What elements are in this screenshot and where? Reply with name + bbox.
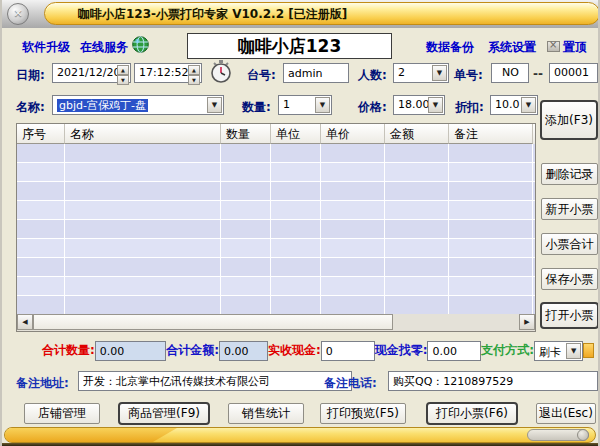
column-header[interactable]: 金额 — [385, 124, 449, 144]
table-cell — [385, 239, 449, 257]
date-spinner[interactable]: 2021/12/20 ▲▼ — [52, 63, 131, 83]
item-name-selected-text: gbjd-宫保鸡丁-盘 — [57, 99, 148, 112]
table-no-label: 台号: — [247, 67, 276, 84]
table-cell — [385, 258, 449, 276]
table-cell — [17, 201, 65, 219]
remark-address-input[interactable] — [78, 371, 352, 391]
stopwatch-icon[interactable] — [208, 58, 234, 84]
menu-system-settings[interactable]: 系统设置 — [488, 39, 536, 56]
table-cell — [449, 277, 533, 295]
cash-received-label: 实收现金: — [268, 342, 321, 359]
table-cell — [221, 277, 271, 295]
table-cell — [271, 296, 321, 314]
table-cell — [65, 201, 221, 219]
table-cell — [65, 277, 221, 295]
chevron-down-icon[interactable]: ▼ — [566, 343, 581, 359]
table-row[interactable] — [17, 277, 535, 296]
table-cell — [385, 220, 449, 238]
open-receipt-button[interactable]: 打开小票 — [540, 302, 599, 329]
table-cell — [321, 163, 385, 181]
table-cell — [65, 258, 221, 276]
column-header[interactable]: 数量 — [221, 124, 271, 144]
receipt-total-button[interactable]: 小票合计 — [541, 233, 598, 255]
price-combo[interactable]: 18.00 ▼ — [393, 95, 445, 115]
table-cell — [385, 296, 449, 314]
scrollbar-thumb[interactable] — [33, 314, 393, 330]
table-cell — [221, 163, 271, 181]
discount-label: 折扣: — [455, 99, 484, 116]
table-cell — [271, 277, 321, 295]
column-header[interactable]: 单价 — [321, 124, 385, 144]
column-header[interactable]: 序号 — [17, 124, 65, 144]
print-receipt-button[interactable]: 打印小票(F6) — [426, 402, 518, 425]
table-row[interactable] — [17, 144, 535, 163]
payment-combo[interactable]: 刷卡 ▼ — [534, 341, 583, 361]
product-manage-button[interactable]: 商品管理(F9) — [118, 402, 210, 425]
payment-more-button[interactable] — [583, 343, 594, 358]
title-pill: 咖啡小店123-小票打印专家 V10.2.2 [已注册版] — [44, 2, 600, 25]
discount-combo[interactable]: 10.0 ▼ — [490, 95, 538, 115]
order-no-prefix-field[interactable]: NO — [491, 63, 529, 83]
scroll-left-icon[interactable]: ◀ — [17, 314, 33, 330]
scroll-right-icon[interactable]: ▶ — [519, 314, 535, 330]
table-cell — [65, 182, 221, 200]
shop-name-box: 咖啡小店123 — [187, 33, 392, 59]
table-cell — [221, 201, 271, 219]
print-preview-button[interactable]: 打印预览(F5) — [320, 403, 406, 424]
chevron-down-icon[interactable]: ▼ — [315, 97, 330, 113]
resize-grip[interactable] — [527, 429, 589, 441]
title-bar[interactable]: ✕ 咖啡小店123-小票打印专家 V10.2.2 [已注册版] — [0, 0, 600, 28]
table-cell — [321, 277, 385, 295]
table-row[interactable] — [17, 182, 535, 201]
globe-icon[interactable] — [132, 36, 149, 53]
remark-phone-input[interactable] — [388, 371, 598, 391]
table-header: 序号名称数量单位单价金额备注 — [17, 124, 535, 144]
horizontal-scrollbar[interactable]: ◀ ▶ — [17, 314, 535, 331]
table-row[interactable] — [17, 258, 535, 277]
order-no-field[interactable]: 00001 — [549, 63, 598, 83]
menu-software-upgrade[interactable]: 软件升级 — [22, 39, 70, 56]
new-receipt-button[interactable]: 新开小票 — [541, 198, 598, 220]
delete-record-button[interactable]: 删除记录 — [541, 163, 598, 185]
time-spin-buttons[interactable]: ▲▼ — [188, 65, 200, 81]
menu-data-backup[interactable]: 数据备份 — [426, 39, 474, 56]
chevron-down-icon[interactable]: ▼ — [521, 97, 536, 113]
chevron-down-icon[interactable]: ▼ — [207, 97, 222, 113]
window-control-button[interactable]: ✕ — [7, 3, 29, 25]
column-header[interactable]: 单位 — [271, 124, 321, 144]
table-no-input[interactable] — [283, 63, 349, 83]
table-row[interactable] — [17, 239, 535, 258]
table-cell — [321, 182, 385, 200]
save-receipt-button[interactable]: 保存小票 — [541, 268, 598, 290]
change-input[interactable]: 0.00 — [427, 341, 481, 361]
close-icon: ✕ — [13, 7, 22, 20]
qty-combo[interactable]: 1 ▼ — [278, 95, 332, 115]
sales-stats-button[interactable]: 销售统计 — [228, 403, 304, 424]
pin-icon[interactable] — [547, 41, 560, 52]
table-cell — [221, 182, 271, 200]
time-spinner[interactable]: 17:12:52 ▲▼ — [134, 63, 202, 83]
menu-online-service[interactable]: 在线服务 — [80, 39, 128, 56]
column-header[interactable]: 备注 — [449, 124, 533, 144]
name-label: 名称: — [16, 99, 45, 116]
chevron-down-icon[interactable]: ▼ — [428, 97, 443, 113]
table-cell — [321, 258, 385, 276]
menu-pin-top[interactable]: 置顶 — [563, 39, 587, 56]
people-combo[interactable]: 2 ▼ — [393, 63, 449, 83]
status-bar — [4, 427, 596, 443]
column-header[interactable]: 名称 — [65, 124, 221, 144]
table-cell — [65, 163, 221, 181]
table-row[interactable] — [17, 296, 535, 315]
exit-button[interactable]: 退出(Esc) — [536, 403, 596, 424]
table-row[interactable] — [17, 220, 535, 239]
cash-received-input[interactable]: 0 — [321, 341, 375, 361]
table-cell — [321, 239, 385, 257]
table-row[interactable] — [17, 201, 535, 220]
shop-manage-button[interactable]: 店铺管理 — [24, 403, 100, 424]
add-button[interactable]: 添加(F3) — [540, 100, 598, 140]
date-spin-buttons[interactable]: ▲▼ — [117, 65, 129, 81]
item-name-combo[interactable]: gbjd-宫保鸡丁-盘 ▼ — [52, 95, 224, 115]
table-row[interactable] — [17, 163, 535, 182]
chevron-down-icon[interactable]: ▼ — [432, 65, 447, 81]
table-cell — [17, 163, 65, 181]
